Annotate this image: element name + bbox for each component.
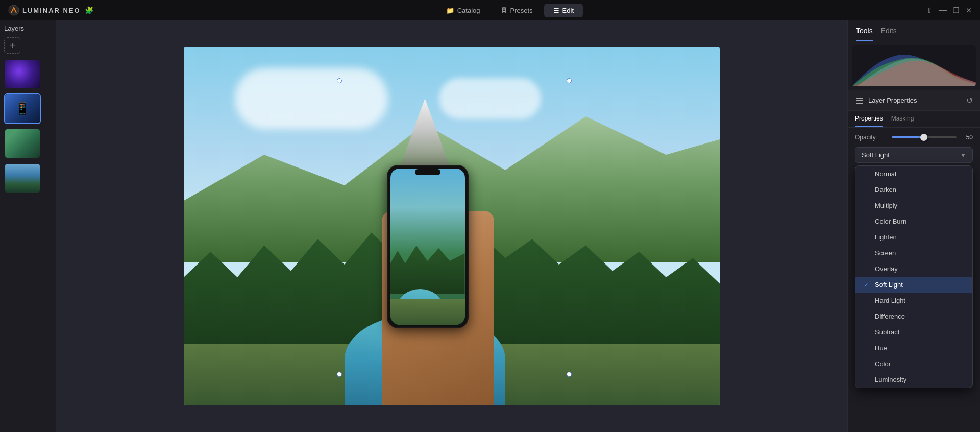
- opacity-slider[interactable]: [892, 136, 957, 138]
- catalog-nav-button[interactable]: 📁 Catalog: [437, 4, 489, 17]
- blend-option-screen[interactable]: Screen: [855, 245, 972, 261]
- histogram-chart: [852, 45, 976, 86]
- blend-option-darken[interactable]: Darken: [855, 182, 972, 198]
- tab-properties[interactable]: Properties: [855, 115, 883, 127]
- opacity-label: Opacity: [855, 134, 888, 141]
- blend-option-luminosity[interactable]: Luminosity: [855, 372, 972, 388]
- sub-tabs: Properties Masking: [848, 111, 980, 128]
- bg-clouds: [235, 68, 388, 129]
- minimize-button[interactable]: —: [939, 6, 947, 15]
- svg-rect-2: [856, 100, 863, 101]
- layer-thumb-4[interactable]: [4, 163, 41, 194]
- layer-3-preview: [5, 129, 40, 158]
- svg-rect-1: [856, 98, 863, 99]
- blend-mode-select[interactable]: Soft Light ▼: [855, 147, 973, 163]
- layers-panel: Layers + 📱: [0, 20, 56, 432]
- edit-nav-button[interactable]: ☰ Edit: [544, 4, 583, 17]
- blend-option-normal[interactable]: Normal: [855, 166, 972, 182]
- layer-4-preview: [5, 164, 40, 193]
- right-scroll-area: Layer Properties ↺ Properties Masking Op…: [848, 41, 980, 432]
- transform-handle-tr[interactable]: [567, 78, 572, 83]
- blend-option-color-burn[interactable]: Color Burn: [855, 213, 972, 229]
- app-logo-icon: [8, 5, 19, 16]
- blend-option-multiply[interactable]: Multiply: [855, 198, 972, 213]
- blend-option-hard-light[interactable]: Hard Light: [855, 293, 972, 308]
- layer-properties-header: Layer Properties ↺: [848, 90, 980, 111]
- transform-handle-br[interactable]: [567, 372, 572, 377]
- title-bar: LUMINAR NEO 🧩 📁 Catalog 🎛 Presets ☰ Edit…: [0, 0, 980, 20]
- maximize-button[interactable]: ❐: [953, 6, 960, 14]
- blend-option-lighten[interactable]: Lighten: [855, 229, 972, 245]
- chevron-down-icon: ▼: [960, 152, 966, 159]
- canvas-image: [184, 47, 720, 405]
- blend-mode-dropdown: Normal Darken Multiply Color Burn: [855, 165, 973, 388]
- main-layout: Layers + 📱: [0, 20, 980, 432]
- puzzle-icon: 🧩: [85, 6, 93, 14]
- tab-masking[interactable]: Masking: [891, 115, 914, 127]
- opacity-track: [892, 136, 957, 138]
- layer-thumb-1[interactable]: [4, 59, 41, 89]
- blend-mode-current: Soft Light: [862, 151, 890, 159]
- canvas-area: [56, 20, 847, 432]
- check-icon-soft-light: ✓: [864, 281, 871, 289]
- blend-option-soft-light[interactable]: ✓ Soft Light: [855, 277, 972, 293]
- svg-rect-3: [856, 103, 863, 104]
- catalog-icon: 📁: [446, 7, 454, 14]
- add-layer-button[interactable]: +: [4, 37, 20, 54]
- layer-2-preview: 📱: [5, 94, 40, 123]
- hand-layer: [372, 150, 514, 405]
- blend-option-subtract[interactable]: Subtract: [855, 324, 972, 340]
- panel-tabs: Tools Edits: [848, 20, 980, 41]
- add-icon: +: [9, 40, 15, 52]
- close-button[interactable]: ✕: [966, 6, 972, 14]
- transform-handle-bl[interactable]: [337, 372, 342, 377]
- presets-icon: 🎛: [501, 7, 507, 14]
- bg-clouds-2: [439, 78, 541, 119]
- layer-thumb-3[interactable]: [4, 128, 41, 159]
- opacity-row: Opacity 50: [848, 128, 980, 145]
- edit-icon: ☰: [553, 7, 559, 14]
- layers-title: Layers: [4, 25, 52, 32]
- blend-option-hue[interactable]: Hue: [855, 340, 972, 356]
- blend-option-overlay[interactable]: Overlay: [855, 261, 972, 277]
- blend-option-difference[interactable]: Difference: [855, 308, 972, 324]
- layer-thumb-2[interactable]: 📱: [4, 93, 41, 124]
- opacity-value: 50: [961, 134, 973, 141]
- app-name: LUMINAR NEO: [22, 7, 81, 14]
- tab-tools[interactable]: Tools: [856, 27, 873, 41]
- histogram: [852, 45, 976, 86]
- layer-1-preview: [5, 60, 40, 88]
- layer-properties-reset-button[interactable]: ↺: [966, 95, 973, 105]
- right-panel: Tools Edits: [847, 20, 980, 432]
- opacity-fill: [892, 136, 924, 138]
- layers-icon: [855, 96, 864, 105]
- transform-handle-tl[interactable]: [337, 78, 342, 83]
- presets-nav-button[interactable]: 🎛 Presets: [492, 4, 542, 17]
- share-button[interactable]: ⇧: [926, 6, 933, 14]
- app-logo: LUMINAR NEO 🧩: [8, 5, 93, 16]
- opacity-thumb[interactable]: [920, 134, 927, 141]
- blend-option-color[interactable]: Color: [855, 356, 972, 372]
- layer-properties-title: Layer Properties: [868, 97, 962, 104]
- nav-bar: 📁 Catalog 🎛 Presets ☰ Edit: [437, 4, 583, 17]
- tab-edits[interactable]: Edits: [881, 27, 897, 41]
- window-controls: ⇧ — ❐ ✕: [926, 6, 972, 15]
- blend-mode-row: Soft Light ▼ Normal Darken Mu: [848, 145, 980, 167]
